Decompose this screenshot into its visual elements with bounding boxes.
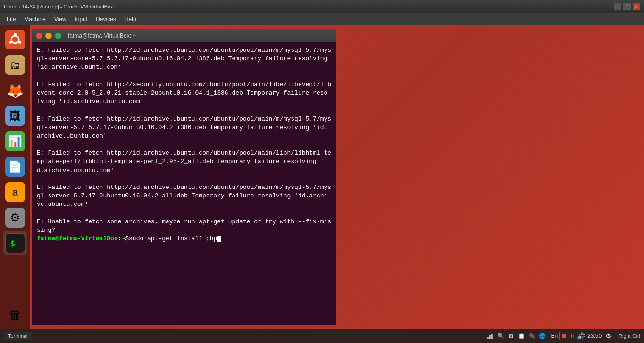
window-title: Ubuntu 14-64 [Running] - Oracle VM Virtu… bbox=[4, 4, 113, 9]
svg-point-2 bbox=[14, 33, 17, 36]
terminal-titlebar: fatma@fatma-VirtualBox: ~ bbox=[32, 29, 336, 42]
terminal-maximize-button[interactable] bbox=[55, 33, 61, 39]
battery-indicator bbox=[562, 334, 574, 338]
terminal-icon: $_ bbox=[5, 233, 25, 253]
amazon-icon: a bbox=[5, 182, 25, 202]
terminal-minimize-button[interactable] bbox=[45, 33, 52, 39]
right-ctrl-label: Right Ctrl bbox=[619, 333, 640, 339]
svg-rect-6 bbox=[489, 335, 491, 339]
prompt-username: fatma@fatma-VirtualBox bbox=[37, 235, 118, 243]
minimize-button[interactable]: ─ bbox=[614, 3, 621, 10]
prompt-line: fatma@fatma-VirtualBox:~$ sudo apt-get i… bbox=[37, 235, 332, 243]
battery-fill bbox=[563, 334, 565, 338]
terminal-body[interactable]: E: Failed to fetch http://id.archive.ubu… bbox=[32, 42, 336, 325]
terminal-window: fatma@fatma-VirtualBox: ~ E: Failed to f… bbox=[32, 29, 336, 325]
photos-icon: 🖼 bbox=[5, 106, 25, 126]
menu-machine[interactable]: Machine bbox=[20, 15, 49, 24]
error-line-3: E: Failed to fetch http://id.archive.ubu… bbox=[37, 115, 332, 141]
dock-writer[interactable]: 📄 bbox=[3, 155, 27, 179]
apps-icon[interactable]: ⊞ bbox=[507, 332, 515, 340]
dock-trash[interactable]: 🗑 bbox=[3, 302, 27, 327]
files-icon: 🗂 bbox=[5, 55, 25, 75]
battery-tip bbox=[573, 335, 574, 337]
main-content: 🗂 🦊 🖼 📊 📄 a ⚙ $_ bbox=[0, 25, 644, 329]
prompt-path: :~$ bbox=[118, 235, 129, 243]
network-icon[interactable] bbox=[486, 332, 494, 340]
network2-icon[interactable]: 🌐 bbox=[538, 332, 546, 340]
dock-files[interactable]: 🗂 bbox=[3, 53, 27, 77]
search-icon[interactable]: 🔍 bbox=[497, 332, 504, 340]
clock-display: 23:50 bbox=[587, 333, 602, 339]
usb-icon[interactable]: 🔌 bbox=[528, 332, 535, 340]
menu-devices[interactable]: Devices bbox=[92, 15, 120, 24]
dock-ubuntu[interactable] bbox=[3, 27, 27, 52]
menu-bar: File Machine View Input Devices Help bbox=[0, 13, 644, 25]
svg-point-3 bbox=[18, 41, 21, 44]
error-line-6: E: Unable to fetch some archives, maybe … bbox=[37, 218, 332, 235]
settings-gear-icon[interactable]: ⚙ bbox=[604, 332, 612, 340]
menu-view[interactable]: View bbox=[50, 15, 70, 24]
calc-icon: 📊 bbox=[5, 131, 25, 151]
terminal-close-button[interactable] bbox=[36, 33, 42, 39]
error-line-2: E: Failed to fetch http://security.ubunt… bbox=[37, 81, 332, 106]
terminal-cursor bbox=[217, 236, 221, 242]
svg-rect-7 bbox=[491, 334, 493, 339]
language-indicator[interactable]: En bbox=[549, 332, 560, 340]
sound-icon[interactable]: 🔊 bbox=[577, 332, 585, 340]
dock-settings[interactable]: ⚙ bbox=[3, 205, 27, 230]
error-line-1: E: Failed to fetch http://id.archive.ubu… bbox=[37, 46, 332, 72]
virtualbox-titlebar: Ubuntu 14-64 [Running] - Oracle VM Virtu… bbox=[0, 0, 644, 13]
dock-calc[interactable]: 📊 bbox=[3, 129, 27, 154]
menu-input[interactable]: Input bbox=[71, 15, 92, 24]
svg-point-4 bbox=[9, 41, 12, 44]
terminal-title: fatma@fatma-VirtualBox: ~ bbox=[68, 33, 136, 39]
error-line-4: E: Failed to fetch http://id.archive.ubu… bbox=[37, 149, 332, 175]
dock-terminal[interactable]: $_ bbox=[3, 231, 27, 255]
svg-rect-5 bbox=[487, 337, 489, 339]
error-line-5: E: Failed to fetch http://id.archive.ubu… bbox=[37, 183, 332, 209]
bottom-statusbar: Terminal 🔍 ⊞ 📋 🔌 🌐 En 🔊 23:50 bbox=[0, 329, 644, 343]
menu-file[interactable]: File bbox=[3, 15, 19, 24]
clipboard-icon[interactable]: 📋 bbox=[518, 332, 525, 340]
maximize-button[interactable]: □ bbox=[623, 3, 631, 10]
dock-firefox[interactable]: 🦊 bbox=[3, 78, 27, 103]
terminal-tab-label: Terminal bbox=[8, 333, 28, 339]
dock-amazon[interactable]: a bbox=[3, 180, 27, 204]
desktop-background-right bbox=[340, 25, 644, 329]
close-button[interactable]: ✕ bbox=[633, 3, 640, 10]
prompt-command: sudo apt-get install php bbox=[129, 235, 217, 243]
taskbar-left: Terminal bbox=[4, 332, 32, 340]
trash-icon: 🗑 bbox=[5, 305, 25, 325]
application-dock: 🗂 🦊 🖼 📊 📄 a ⚙ $_ bbox=[0, 25, 30, 329]
menu-help[interactable]: Help bbox=[121, 15, 140, 24]
ubuntu-logo-icon bbox=[5, 30, 25, 49]
dock-photos[interactable]: 🖼 bbox=[3, 104, 27, 128]
settings-icon: ⚙ bbox=[5, 208, 25, 228]
firefox-icon: 🦊 bbox=[5, 81, 25, 100]
battery-body bbox=[562, 334, 572, 338]
terminal-taskbar-tab[interactable]: Terminal bbox=[4, 332, 32, 340]
window-controls: ─ □ ✕ bbox=[614, 3, 640, 10]
taskbar-right: 🔍 ⊞ 📋 🔌 🌐 En 🔊 23:50 ⚙ Right Ctrl bbox=[486, 332, 640, 340]
writer-icon: 📄 bbox=[5, 157, 25, 177]
